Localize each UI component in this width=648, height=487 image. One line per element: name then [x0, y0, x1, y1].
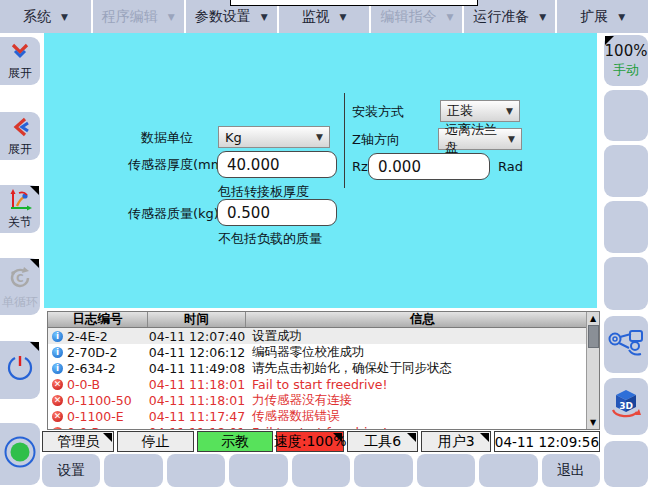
record-dot-icon	[3, 435, 37, 473]
bottom-empty-button[interactable]	[292, 454, 350, 487]
clipped-window-edge	[230, 0, 478, 6]
table-row[interactable]: i2-4E-2 04-11 12:07:40 设置成功	[48, 328, 599, 344]
run-state-badge: 停止	[117, 431, 193, 452]
expand-down-button[interactable]: 展开	[0, 37, 40, 85]
log-table-header: 日志编号 时间 信息	[48, 312, 599, 328]
data-unit-value: Kg	[225, 130, 242, 145]
rz-unit-label: Rad	[498, 159, 523, 174]
table-row[interactable]: ✕0-1100-50 04-11 11:18:01 力传感器没有连接	[48, 392, 599, 408]
column-divider	[344, 93, 345, 188]
menu-label: 系统	[23, 8, 51, 26]
chevron-down-icon: ▼	[316, 132, 323, 142]
scroll-up-icon[interactable]: ▲	[587, 312, 600, 325]
bottom-empty-button[interactable]	[229, 454, 287, 487]
chevron-down-icon: ▼	[506, 106, 513, 116]
mass-helper-text: 不包括负载的质量	[218, 230, 322, 248]
table-row[interactable]: ✕0-0-B 04-11 11:18:01 Fail to start free…	[48, 424, 599, 429]
menu-label: 程序编辑	[102, 8, 158, 26]
manual-mode-label: 手动	[613, 61, 639, 79]
table-row[interactable]: i2-634-2 04-11 11:49:08 请先点击初始化，确保处于同步状态	[48, 360, 599, 376]
3d-rotate-icon: 3D	[608, 388, 644, 426]
menu-extension[interactable]: 扩展 ▼	[557, 0, 648, 33]
expand-down-label: 展开	[8, 67, 32, 80]
mount-method-value: 正装	[447, 102, 473, 120]
view-3d-button[interactable]: 3D	[604, 378, 648, 435]
scroll-down-icon[interactable]: ▼	[587, 416, 600, 429]
sidebar-empty-button[interactable]	[604, 257, 648, 310]
bottom-bar: 设置 退出	[42, 454, 600, 487]
bottom-empty-button[interactable]	[417, 454, 475, 487]
exit-button[interactable]: 退出	[542, 454, 600, 487]
rz-label: Rz	[352, 159, 368, 174]
z-axis-direction-label: Z轴方向	[352, 131, 400, 149]
sensor-mass-input[interactable]	[217, 199, 337, 226]
robot-teach-pendant-screen: 系统 ▼ 程序编辑 ▼ 参数设置 ▼ 监视 ▼ 编辑指令 ▼ 运行准备 ▼ 扩展…	[0, 0, 648, 487]
svg-text:C: C	[16, 273, 23, 284]
data-unit-select[interactable]: Kg ▼	[218, 126, 330, 148]
menu-label: 监视	[302, 8, 330, 26]
bottom-empty-button[interactable]	[354, 454, 412, 487]
info-icon: i	[52, 331, 63, 342]
expand-left-label: 展开	[8, 143, 32, 156]
log-scrollbar[interactable]: ▲ ▼	[586, 312, 599, 429]
menu-system[interactable]: 系统 ▼	[0, 0, 93, 33]
speed-mode-button[interactable]: 100% 手动	[604, 35, 648, 86]
datetime-display: 04-11 12:09:56	[494, 431, 600, 452]
teach-mode-badge: 示教	[197, 431, 273, 452]
chevron-down-icon: ▼	[539, 12, 546, 22]
user-role-badge[interactable]: 管理员	[42, 431, 114, 452]
error-icon: ✕	[52, 427, 63, 430]
single-cycle-button: C 单循环	[0, 258, 40, 315]
error-icon: ✕	[52, 411, 63, 422]
menu-label: 参数设置	[195, 8, 251, 26]
log-header-id: 日志编号	[48, 312, 148, 327]
table-row[interactable]: i2-70D-2 04-11 12:06:12 编码器零位校准成功	[48, 344, 599, 360]
info-icon: i	[52, 347, 63, 358]
expand-left-button[interactable]: 展开	[0, 112, 40, 160]
status-bar: 管理员 停止 示教 速度:100% 工具6 用户3 04-11 12:09:56	[42, 431, 600, 452]
menu-label: 编辑指令	[380, 8, 436, 26]
single-cycle-label: 单循环	[2, 296, 38, 309]
cube-3d-text: 3D	[619, 401, 633, 411]
mount-method-select[interactable]: 正装 ▼	[440, 100, 520, 122]
force-sensor-settings-panel: 数据单位 Kg ▼ 传感器厚度(mm) 包括转接板厚度 传感器质量(kg) 不包…	[44, 33, 597, 308]
settings-button[interactable]: 设置	[42, 454, 100, 487]
record-button[interactable]	[0, 423, 40, 485]
double-chevron-left-icon	[10, 116, 30, 142]
info-icon: i	[52, 363, 63, 374]
joint-mode-button[interactable]: 关节	[0, 185, 40, 233]
table-row[interactable]: ✕0-0-B 04-11 11:18:01 Fail to start free…	[48, 376, 599, 392]
user-frame-badge[interactable]: 用户3	[421, 431, 490, 452]
robot-arm-camera-icon	[607, 326, 645, 364]
bottom-empty-button[interactable]	[479, 454, 537, 487]
sensor-thickness-input[interactable]	[217, 151, 337, 178]
sidebar-empty-button[interactable]	[604, 441, 648, 487]
speed-badge[interactable]: 速度:100%	[276, 431, 344, 452]
menu-run-preparation[interactable]: 运行准备 ▼	[464, 0, 557, 33]
chevron-down-icon: ▼	[61, 12, 68, 22]
bottom-empty-button[interactable]	[167, 454, 225, 487]
rz-input[interactable]	[368, 153, 490, 180]
z-axis-direction-select[interactable]: 远离法兰盘 ▼	[438, 128, 522, 150]
chevron-down-icon: ▼	[508, 134, 515, 144]
robot-camera-button[interactable]	[604, 316, 648, 373]
chevron-down-icon: ▼	[446, 12, 453, 22]
log-header-msg: 信息	[246, 312, 599, 327]
menu-label: 运行准备	[473, 8, 529, 26]
chevron-down-icon: ▼	[340, 12, 347, 22]
bottom-empty-button[interactable]	[104, 454, 162, 487]
log-header-time: 时间	[148, 312, 246, 327]
sidebar-empty-button[interactable]	[604, 145, 648, 197]
sidebar-empty-button[interactable]	[604, 201, 648, 253]
table-row[interactable]: ✕0-1100-E 04-11 11:17:47 传感器数据错误	[48, 408, 599, 424]
log-body: i2-4E-2 04-11 12:07:40 设置成功 i2-70D-2 04-…	[48, 328, 599, 429]
error-icon: ✕	[52, 379, 63, 390]
sidebar-empty-button[interactable]	[604, 90, 648, 141]
scrollbar-thumb[interactable]	[588, 325, 599, 348]
chevron-down-icon: ▼	[618, 12, 625, 22]
tool-badge[interactable]: 工具6	[347, 431, 418, 452]
robot-joint-axes-icon	[8, 189, 32, 215]
log-table: 日志编号 时间 信息 i2-4E-2 04-11 12:07:40 设置成功 i…	[47, 311, 600, 430]
z-axis-direction-value: 远离法兰盘	[445, 121, 508, 157]
power-button[interactable]	[0, 341, 40, 399]
